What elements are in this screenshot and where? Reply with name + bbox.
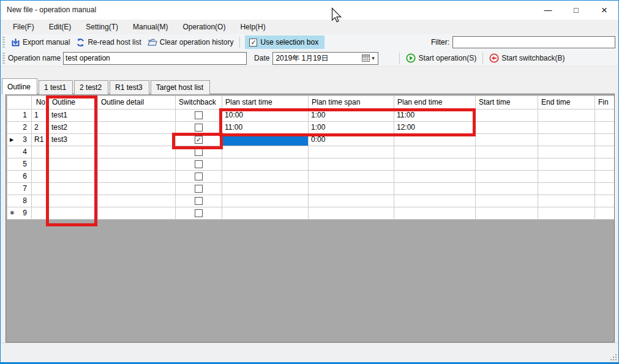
cell-outline[interactable]: test1: [49, 110, 98, 122]
cell-switchback[interactable]: [176, 122, 222, 134]
column-header-plan-end-time[interactable]: Plan end time: [394, 96, 476, 110]
cell-fin[interactable]: [595, 207, 614, 220]
cell-end-time[interactable]: [538, 134, 595, 146]
menu-operation[interactable]: Operation(O): [175, 20, 233, 34]
cell-end-time[interactable]: [538, 195, 595, 207]
cell-switchback[interactable]: [176, 183, 222, 195]
cell-start-time[interactable]: [476, 134, 538, 146]
cell-outline-detail[interactable]: [98, 207, 176, 220]
cell-outline[interactable]: [49, 146, 98, 158]
title-bar[interactable]: New file - operation manual — □ ×: [1, 1, 618, 20]
cell-start-time[interactable]: [476, 207, 538, 220]
cell-plan-time-span[interactable]: [309, 171, 394, 183]
cell-outline-detail[interactable]: [98, 171, 176, 183]
close-button[interactable]: ×: [590, 1, 618, 20]
cell-plan-end-time[interactable]: [394, 171, 476, 183]
cell-end-time[interactable]: [538, 207, 595, 220]
row-header-cell[interactable]: ▶3: [7, 134, 32, 146]
cell-end-time[interactable]: [538, 183, 595, 195]
row-header-cell[interactable]: ✱9: [7, 207, 32, 220]
tab-1-test1[interactable]: 1 test1: [39, 80, 73, 94]
cell-outline[interactable]: [49, 158, 98, 171]
cell-no[interactable]: 1: [32, 110, 49, 122]
cell-plan-time-span[interactable]: 0:00: [309, 134, 394, 146]
cell-plan-start-time[interactable]: [222, 146, 309, 158]
cell-outline-detail[interactable]: [98, 183, 176, 195]
cell-no[interactable]: [32, 183, 49, 195]
switchback-checkbox[interactable]: [195, 185, 203, 193]
start-switchback-button[interactable]: Start switchback(B): [486, 51, 568, 65]
cell-outline[interactable]: [49, 183, 98, 195]
cell-plan-end-time[interactable]: 12:00: [394, 122, 476, 134]
cell-plan-time-span[interactable]: [309, 207, 394, 220]
row-header-cell[interactable]: 2: [7, 122, 32, 134]
cell-no[interactable]: [32, 207, 49, 220]
switchback-checkbox[interactable]: ✓: [195, 136, 203, 144]
cell-plan-start-time[interactable]: [222, 195, 309, 207]
cell-outline-detail[interactable]: [98, 158, 176, 171]
tab-r1-test3[interactable]: R1 test3: [110, 80, 149, 94]
switchback-checkbox[interactable]: [195, 111, 203, 119]
cell-start-time[interactable]: [476, 146, 538, 158]
cell-outline-detail[interactable]: [98, 122, 176, 134]
cell-plan-time-span[interactable]: [309, 195, 394, 207]
cell-fin[interactable]: [595, 195, 614, 207]
tab-target-host-list[interactable]: Target host list: [151, 80, 210, 94]
switchback-checkbox[interactable]: [195, 197, 203, 205]
column-header-plan-start-time[interactable]: Plan start time: [222, 96, 309, 110]
cell-switchback[interactable]: ✓: [176, 134, 222, 146]
tab-outline[interactable]: Outline: [2, 78, 37, 94]
reread-host-list-button[interactable]: Re-read host list: [73, 36, 144, 49]
use-selection-box-toggle[interactable]: ✓ Use selection box: [245, 35, 325, 49]
switchback-checkbox[interactable]: [195, 148, 203, 156]
cell-plan-start-time[interactable]: 10:00: [222, 110, 309, 122]
cell-plan-end-time[interactable]: [394, 134, 476, 146]
cell-fin[interactable]: [595, 158, 614, 171]
cell-no[interactable]: [32, 158, 49, 171]
menu-file[interactable]: File(F): [6, 20, 42, 34]
start-operation-button[interactable]: Start operation(S): [403, 51, 479, 65]
operation-name-input[interactable]: [63, 52, 247, 65]
column-header-switchback[interactable]: Switchback: [176, 96, 222, 110]
minimize-button[interactable]: —: [534, 1, 562, 20]
clear-operation-history-button[interactable]: Clear operation history: [144, 36, 237, 48]
cell-outline[interactable]: [49, 207, 98, 220]
cell-plan-start-time[interactable]: [222, 171, 309, 183]
cell-plan-start-time[interactable]: [222, 207, 309, 220]
column-header-end-time[interactable]: End time: [538, 96, 595, 110]
cell-plan-start-time[interactable]: [222, 183, 309, 195]
menu-setting[interactable]: Setting(T): [78, 20, 126, 34]
cell-switchback[interactable]: [176, 195, 222, 207]
cell-end-time[interactable]: [538, 146, 595, 158]
tab-2-test2[interactable]: 2 test2: [74, 80, 108, 94]
cell-plan-end-time[interactable]: [394, 207, 476, 220]
cell-start-time[interactable]: [476, 195, 538, 207]
cell-plan-time-span[interactable]: [309, 158, 394, 171]
cell-start-time[interactable]: [476, 183, 538, 195]
toolbar-grip[interactable]: [2, 37, 5, 48]
cell-start-time[interactable]: [476, 110, 538, 122]
cell-fin[interactable]: [595, 134, 614, 146]
cell-switchback[interactable]: [176, 110, 222, 122]
cell-plan-end-time[interactable]: [394, 146, 476, 158]
cell-switchback[interactable]: [176, 158, 222, 171]
column-header-plan-time-span[interactable]: Plan time span: [309, 96, 394, 110]
cell-plan-time-span[interactable]: 1:00: [309, 122, 394, 134]
cell-plan-start-time[interactable]: 11:00: [222, 122, 309, 134]
filter-input[interactable]: [452, 36, 615, 48]
cell-start-time[interactable]: [476, 171, 538, 183]
row-header-cell[interactable]: 8: [7, 195, 32, 207]
cell-plan-start-time[interactable]: [222, 134, 309, 146]
cell-outline[interactable]: [49, 171, 98, 183]
chevron-down-icon[interactable]: ▼: [370, 56, 377, 61]
export-manual-button[interactable]: Export manual: [8, 36, 73, 49]
cell-outline[interactable]: test2: [49, 122, 98, 134]
cell-outline-detail[interactable]: [98, 195, 176, 207]
cell-switchback[interactable]: [176, 146, 222, 158]
cell-fin[interactable]: [595, 146, 614, 158]
cell-plan-end-time[interactable]: 11:00: [394, 110, 476, 122]
use-selection-checkbox[interactable]: ✓: [249, 39, 257, 46]
column-header-fin[interactable]: Fin: [595, 96, 614, 110]
cell-fin[interactable]: [595, 171, 614, 183]
switchback-checkbox[interactable]: [195, 209, 203, 217]
